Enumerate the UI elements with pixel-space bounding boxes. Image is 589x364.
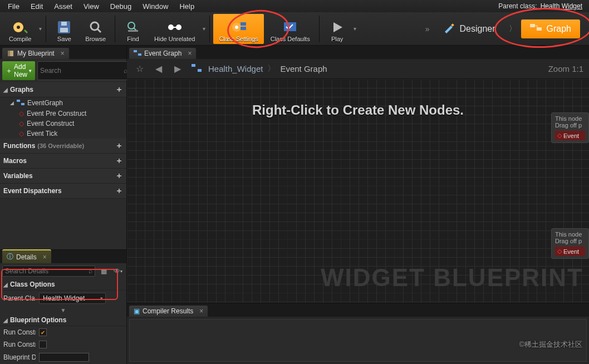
category-variables[interactable]: Variables ＋ — [0, 169, 126, 184]
svg-rect-23 — [138, 53, 141, 56]
svg-point-12 — [235, 26, 238, 29]
add-new-button[interactable]: ＋ Add New ▾ — [2, 61, 35, 80]
compile-button[interactable]: Compile — [3, 14, 37, 44]
menu-edit[interactable]: Edit — [25, 1, 48, 12]
blueprint-d-field[interactable] — [39, 353, 89, 362]
info-icon: ⓘ — [7, 252, 13, 262]
node-stub-2[interactable]: This node Drag off p ◇Event — [551, 228, 589, 259]
svg-rect-21 — [21, 103, 24, 105]
svg-rect-20 — [17, 100, 20, 102]
find-button[interactable]: Find — [119, 14, 148, 44]
parent-class-label: Parent class: — [498, 2, 537, 10]
compile-dropdown[interactable]: ▾ — [38, 14, 42, 44]
play-label: Play — [331, 36, 343, 42]
save-label: Save — [57, 36, 71, 42]
parent-class-link[interactable]: Health Widget — [541, 2, 582, 10]
add-graph-button[interactable]: ＋ — [115, 85, 123, 95]
add-function-button[interactable]: ＋ — [115, 141, 123, 151]
graph-mode-button[interactable]: Graph — [521, 19, 580, 38]
parent-class-combo[interactable]: Health Widget — [39, 293, 106, 304]
category-macros[interactable]: Macros ＋ — [0, 154, 126, 169]
svg-rect-24 — [192, 64, 195, 67]
zoom-indicator: Zoom 1:1 — [548, 64, 583, 73]
category-dispatchers[interactable]: Event Dispatchers ＋ — [0, 184, 126, 199]
hide-dropdown[interactable]: ▾ — [202, 14, 206, 44]
class-defaults-button[interactable]: Class Defaults — [265, 14, 316, 44]
run-constr-row-2: Run Constr — [0, 338, 126, 351]
terminal-icon: ▣ — [134, 307, 140, 315]
details-tab[interactable]: ⓘ Details × — [2, 249, 51, 263]
class-settings-button[interactable]: Class Settings — [213, 14, 263, 44]
run-constr-check-2[interactable] — [39, 341, 47, 348]
menu-view[interactable]: View — [78, 1, 105, 12]
settings-icon — [230, 19, 248, 36]
svg-rect-16 — [451, 23, 454, 27]
canvas-hint: Right-Click to Create New Nodes. — [252, 102, 464, 118]
graph-root-item[interactable]: ◢ EventGraph — [0, 97, 126, 109]
myblueprint-tabs: My Blueprint × — [0, 46, 126, 59]
stub-line1: This node — [555, 115, 585, 122]
close-icon[interactable]: × — [188, 50, 192, 57]
svg-rect-22 — [134, 50, 137, 52]
close-icon[interactable]: × — [43, 253, 47, 261]
chevron-right-icon: 〉 — [507, 24, 519, 34]
designer-mode-button[interactable]: Designer — [434, 18, 504, 40]
menu-help[interactable]: Help — [174, 1, 200, 12]
parent-class-prop-label: Parent Cla — [3, 294, 36, 302]
event-graph-tab[interactable]: Event Graph × — [129, 48, 196, 59]
run-constr-check-1[interactable] — [39, 328, 47, 336]
category-functions[interactable]: Functions (36 Overridable) ＋ — [0, 139, 126, 154]
myblueprint-tree: ◢ Graphs ＋ ◢ EventGraph ◇Event Pre Const… — [0, 82, 126, 249]
close-icon[interactable]: × — [199, 307, 203, 315]
details-matrix-button[interactable]: ▦ — [97, 265, 110, 277]
details-search-input[interactable] — [5, 267, 89, 275]
overflow-icon[interactable]: » — [423, 24, 432, 33]
play-button[interactable]: Play — [323, 14, 352, 44]
class-defaults-label: Class Defaults — [271, 36, 310, 42]
category-macros-label: Macros — [3, 157, 27, 165]
menu-asset[interactable]: Asset — [48, 1, 78, 12]
svg-rect-19 — [8, 51, 10, 56]
event-pre-construct[interactable]: ◇Event Pre Construct — [0, 109, 126, 119]
add-dispatcher-button[interactable]: ＋ — [115, 186, 123, 196]
menu-window[interactable]: Window — [137, 1, 174, 12]
add-macro-button[interactable]: ＋ — [115, 156, 123, 166]
blueprint-options-header[interactable]: ◢ Blueprint Options — [0, 314, 126, 326]
toolbar: Compile ▾ Save Browse Find Hide Unrelate… — [0, 12, 589, 46]
compiler-output[interactable] — [129, 319, 587, 362]
search-input[interactable] — [40, 67, 124, 75]
graph-canvas[interactable]: Right-Click to Create New Nodes. WIDGET … — [127, 79, 589, 303]
category-graphs[interactable]: ◢ Graphs ＋ — [0, 82, 126, 97]
class-options-header[interactable]: ◢ Class Options — [0, 279, 126, 291]
browse-button[interactable]: Browse — [80, 14, 111, 44]
category-graphs-label: Graphs — [10, 86, 33, 94]
event-tick[interactable]: ◇Event Tick — [0, 129, 126, 139]
myblueprint-search[interactable]: ⌕ — [37, 61, 130, 80]
menu-file[interactable]: File — [2, 1, 25, 12]
myblueprint-toolbar: ＋ Add New ▾ ⌕ 👁▾ — [0, 59, 126, 82]
breadcrumb-graph[interactable]: Event Graph — [280, 64, 327, 73]
svg-point-8 — [168, 24, 174, 30]
play-dropdown[interactable]: ▾ — [353, 14, 357, 44]
forward-icon: ▶ — [174, 63, 181, 74]
myblueprint-tab[interactable]: My Blueprint × — [2, 48, 69, 59]
hide-unrelated-button[interactable]: Hide Unrelated — [149, 14, 200, 44]
details-view-button[interactable]: 👁▾ — [112, 265, 124, 277]
menu-debug[interactable]: Debug — [105, 1, 137, 12]
event-icon: ◇ — [19, 120, 24, 127]
nav-forward-button[interactable]: ▶ — [170, 62, 185, 76]
graph-home-button[interactable] — [189, 62, 204, 76]
close-icon[interactable]: × — [61, 50, 65, 57]
breadcrumb-blueprint[interactable]: Health_Widget — [208, 64, 263, 73]
expand-arrow[interactable]: ▼ — [0, 306, 126, 314]
add-variable-button[interactable]: ＋ — [115, 171, 123, 181]
node-stub-1[interactable]: This node Drag off p ◇Event — [551, 112, 589, 143]
details-search[interactable]: ⌕ — [2, 265, 95, 277]
save-button[interactable]: Save — [50, 14, 78, 44]
favorite-button[interactable]: ☆ — [132, 62, 147, 76]
graph-root-label: EventGraph — [27, 99, 63, 107]
graph-tab-icon — [134, 50, 141, 57]
event-construct[interactable]: ◇Event Construct — [0, 119, 126, 129]
compiler-results-tab[interactable]: ▣ Compiler Results × — [129, 306, 208, 317]
nav-back-button[interactable]: ◀ — [151, 62, 166, 76]
